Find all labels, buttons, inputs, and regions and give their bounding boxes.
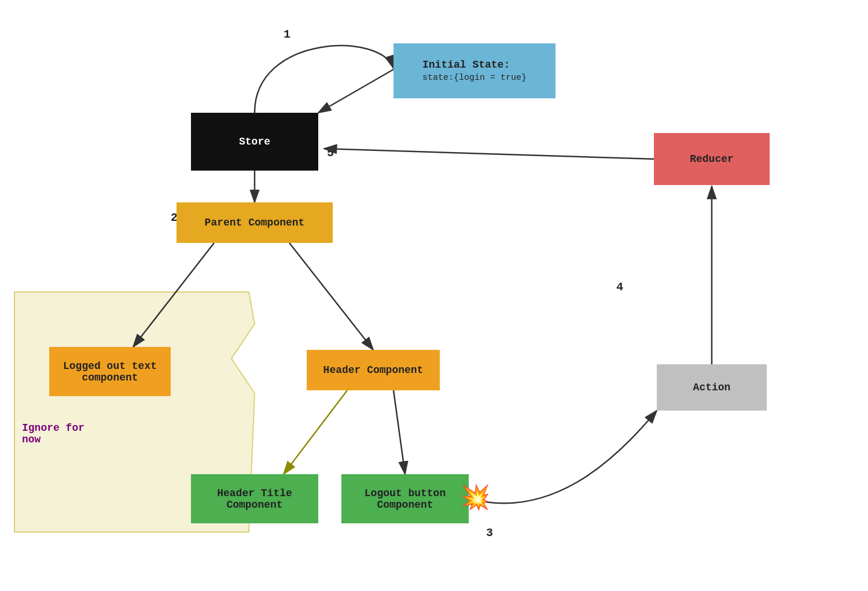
label-5: 5 xyxy=(327,146,334,160)
logout-btn-label: Logout button Component xyxy=(351,487,459,511)
explosion-icon: 💥 xyxy=(460,483,490,513)
header-title-label: Header Title Component xyxy=(200,487,309,511)
label-4: 4 xyxy=(616,280,623,294)
store-node: Store xyxy=(191,113,318,171)
initial-state-node: Initial State: state:{login = true} xyxy=(393,43,556,98)
parent-label: Parent Component xyxy=(205,217,305,228)
reducer-node: Reducer xyxy=(654,133,770,185)
label-3: 3 xyxy=(486,526,493,540)
ignore-label: Ignore fornow xyxy=(22,422,84,445)
header-node: Header Component xyxy=(307,350,440,390)
diagram-container: 1 2 6 3 4 5 Ignore fornow Store Initial … xyxy=(0,0,868,591)
store-label: Store xyxy=(239,136,270,147)
initial-state-subtitle: state:{login = true} xyxy=(422,73,527,83)
action-label: Action xyxy=(693,382,731,393)
action-node: Action xyxy=(657,364,767,411)
logged-out-label: Logged out text component xyxy=(58,360,161,383)
initial-state-title: Initial State: xyxy=(422,59,527,71)
logout-btn-node: Logout button Component xyxy=(341,474,469,523)
header-label: Header Component xyxy=(323,364,424,376)
reducer-label: Reducer xyxy=(690,153,734,165)
logged-out-node: Logged out text component xyxy=(49,347,171,396)
label-1: 1 xyxy=(284,28,290,41)
header-title-node: Header Title Component xyxy=(191,474,318,523)
parent-component-node: Parent Component xyxy=(176,202,333,243)
